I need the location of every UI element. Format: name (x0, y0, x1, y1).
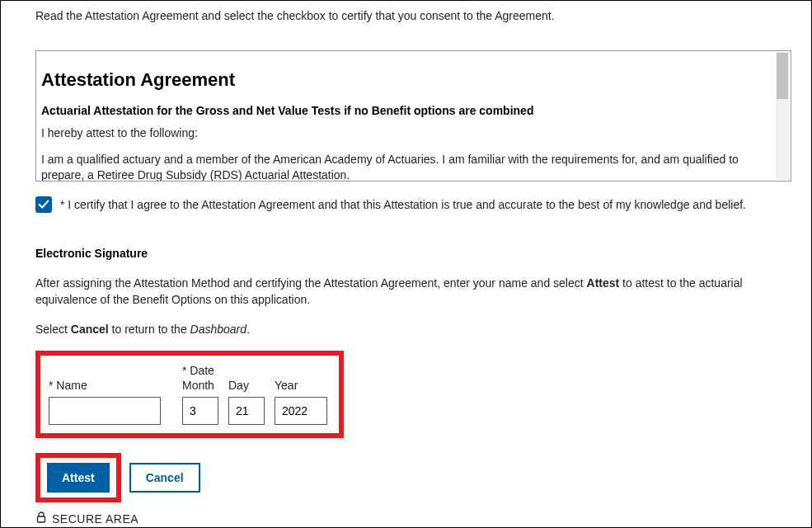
checkmark-icon (38, 199, 49, 210)
secure-area-text: SECURE AREA (52, 512, 138, 526)
date-label: * Date (182, 364, 327, 377)
svg-rect-0 (38, 516, 45, 522)
name-input[interactable] (49, 397, 161, 425)
scrollbar-track[interactable] (776, 52, 790, 180)
attest-button-highlight: Attest (35, 453, 121, 502)
day-input[interactable] (228, 397, 265, 425)
agreement-line2: I am a qualified actuary and a member of… (41, 152, 771, 182)
name-field-col: * Name (49, 379, 161, 425)
name-label: * Name (49, 379, 161, 392)
month-input[interactable] (182, 397, 218, 425)
intro-text: Read the Attestation Agreement and selec… (35, 7, 791, 24)
esig-p2-mid: to return to the (109, 323, 190, 336)
lock-icon (35, 511, 47, 526)
action-buttons-row: Attest Cancel (35, 453, 791, 502)
attest-button[interactable]: Attest (47, 463, 110, 493)
certify-checkbox[interactable] (35, 196, 52, 213)
esig-instruction-2: Select Cancel to return to the Dashboard… (35, 321, 791, 337)
certify-label: * I certify that I agree to the Attestat… (60, 196, 746, 213)
esig-p2-end: . (246, 323, 250, 336)
content-area: Read the Attestation Agreement and selec… (1, 1, 811, 528)
esig-instruction-1: After assigning the Attestation Method a… (35, 275, 791, 309)
day-label: Day (228, 379, 265, 392)
esig-p2-bold: Cancel (71, 323, 109, 336)
secure-area-row: SECURE AREA (35, 511, 791, 526)
scrollbar-thumb[interactable] (777, 53, 788, 99)
agreement-line1: I hereby attest to the following: (41, 125, 771, 142)
esig-p2-pre: Select (35, 323, 71, 336)
electronic-signature-heading: Electronic Signature (35, 247, 791, 260)
year-input[interactable] (275, 397, 327, 425)
agreement-subtitle: Actuarial Attestation for the Gross and … (41, 104, 771, 117)
esig-p2-italic: Dashboard (190, 323, 247, 336)
signature-fields-highlight: * Name * Date Month Day Year (35, 351, 344, 438)
attestation-agreement-box[interactable]: Attestation Agreement Actuarial Attestat… (35, 50, 791, 182)
page-frame: Read the Attestation Agreement and selec… (0, 0, 812, 528)
year-label: Year (275, 379, 327, 392)
cancel-button[interactable]: Cancel (129, 463, 200, 493)
certify-row: * I certify that I agree to the Attestat… (35, 196, 791, 213)
date-sublabels: Month Day Year (182, 379, 327, 392)
date-inputs (182, 397, 327, 425)
esig-p1-bold: Attest (587, 276, 620, 290)
esig-p1-pre: After assigning the Attestation Method a… (35, 276, 587, 290)
month-label: Month (182, 379, 218, 392)
signature-fields-row: * Name * Date Month Day Year (49, 364, 327, 425)
date-field-col: * Date Month Day Year (182, 364, 327, 425)
agreement-title: Attestation Agreement (41, 69, 771, 91)
